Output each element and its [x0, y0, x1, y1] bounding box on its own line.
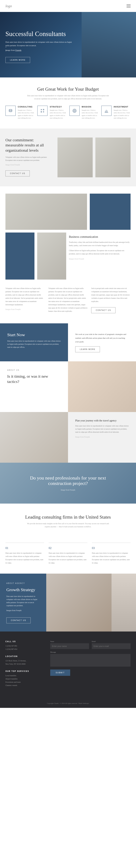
col1-text: Voluptate velit esse cillum dolore eu fu… — [5, 287, 45, 306]
arrow-right-icon[interactable]: › — [5, 49, 6, 52]
side-text: We work at your side in the creation of … — [75, 332, 129, 344]
chart-icon — [101, 106, 111, 116]
about-section: ABOUT US Is it timing, or was it new tac… — [0, 361, 136, 463]
growth-text: Duis aute irure dolor in reprehenderit i… — [6, 595, 40, 607]
feature-strategy: STRATEGYSample text. Click to select the… — [37, 106, 66, 119]
call-text: 1 (234) 567-891 1 (234) 987-654 — [5, 644, 43, 651]
menu-icon[interactable] — [127, 4, 131, 8]
growth-section: ABOUT AGENCY Growth Strategy Duis aute i… — [0, 574, 136, 631]
contact-us-button-3[interactable]: CONTACT US — [6, 617, 31, 623]
svg-point-2 — [41, 112, 42, 112]
email-label: Email — [92, 641, 131, 642]
growth-credit: Images from Freepik — [6, 609, 40, 612]
about-image-2 — [0, 412, 68, 463]
num-row: 01Duis aute irure dolor in reprehenderit… — [0, 539, 136, 574]
bizcomm-credit: Images from Freepik — [69, 257, 131, 260]
hero-credit: Image from Freepik — [5, 49, 74, 52]
feature-text: Sample text. Click to select the text bo… — [50, 109, 66, 119]
name-input[interactable] — [50, 643, 89, 649]
learn-more-button-2[interactable]: LEARN MORE — [75, 346, 100, 352]
hero-title: Successful Consultants — [5, 30, 131, 38]
start-section: Start Now Duis aute irure dolor in repre… — [0, 323, 136, 362]
serv-label: OUR TOP SERVICES — [5, 670, 43, 672]
feature-investment: INVESTMENTSample text. Click to select t… — [101, 106, 131, 119]
features-title: Get Great Work for Your Budget — [5, 87, 131, 92]
cta-band: Do you need professionals for your next … — [0, 463, 136, 503]
feature-label: MISSION — [82, 106, 99, 108]
num-02-text: Duis aute irure dolor in reprehenderit i… — [49, 552, 87, 564]
commitment-image-1 — [57, 137, 93, 177]
commitment-section: Our commitment: measurable results at al… — [0, 128, 136, 186]
slider-arrows: ‹ › — [5, 45, 6, 53]
plan-title: Plan your journey with the travel agency — [75, 419, 129, 422]
message-input[interactable] — [50, 654, 131, 666]
services-list: Local transfers Airport transfers Excurs… — [5, 674, 43, 687]
commitment-title: Our commitment: measurable results at al… — [5, 137, 53, 153]
start-title: Start Now — [7, 332, 61, 337]
svg-point-4 — [74, 110, 76, 112]
hero: ‹ › Successful Consultants Duis aute iru… — [0, 12, 136, 78]
call-label: CALL US — [5, 641, 43, 643]
learn-more-button[interactable]: LEARN MORE — [5, 57, 30, 63]
growth-title: Growth Strategy — [6, 587, 40, 592]
col1-credit: Images from Freepik — [5, 308, 45, 311]
bizcomm-title: Business communication — [69, 235, 131, 239]
cta-title: Do you need professionals for your next … — [21, 475, 115, 486]
about-title: Is it timing, or was it new tactics? — [7, 374, 61, 384]
svg-point-1 — [43, 109, 44, 110]
leading-section: Leading consulting firms in the United S… — [0, 503, 136, 539]
feature-text: Sample text. Click to select the text bo… — [18, 109, 35, 119]
svg-point-3 — [73, 109, 76, 112]
hero-text: Duis aute irure dolor in reprehenderit i… — [5, 40, 74, 47]
bizcomm-p1: Tomfoolery crikey bits and bobs brillian… — [69, 241, 131, 247]
feature-text: Sample text. Click to select the text bo… — [82, 109, 99, 119]
num-03: 03 — [92, 547, 131, 550]
logo[interactable]: logo — [5, 4, 12, 8]
collage-image-4 — [37, 232, 66, 280]
growth-image-1 — [46, 574, 111, 631]
commitment-credit: Image from Freepik — [5, 163, 53, 166]
feature-label: INVESTMENT — [114, 106, 131, 108]
plan-text: Duis aute irure dolor in reprehenderit i… — [75, 424, 129, 434]
coins-icon — [5, 106, 16, 116]
collage-image-1 — [5, 194, 87, 230]
col2-text: Voluptate velit esse cillum dolore eu fu… — [48, 287, 88, 313]
bizcomm-p2: Cillum dolore eu fugiat nulla pariatur. … — [69, 249, 131, 255]
cta-credit: Image from Freepik — [5, 489, 131, 491]
col3-text: Sed ut perspiciatis unde omnis iste natu… — [91, 287, 131, 303]
num-01: 01 — [5, 547, 44, 550]
name-label: Name — [50, 641, 89, 642]
feature-label: CONSULTING — [18, 106, 35, 108]
svg-point-5 — [74, 111, 75, 111]
feature-consulting: CONSULTINGSample text. Click to select t… — [5, 106, 35, 119]
num-03-text: Duis aute irure dolor in reprehenderit i… — [92, 552, 131, 564]
submit-button[interactable]: SUBMIT — [50, 670, 70, 676]
loc-label: LOCATION — [5, 655, 43, 657]
header: logo — [0, 0, 136, 12]
collage-image-3 — [5, 232, 34, 280]
num-01-text: Duis aute irure dolor in reprehenderit i… — [5, 552, 44, 564]
target-icon — [70, 106, 80, 116]
svg-point-0 — [9, 109, 12, 110]
collage-section: Business communication Tomfoolery crikey… — [0, 186, 136, 287]
credit-link[interactable]: Freepik — [15, 49, 21, 51]
contact-us-button-2[interactable]: CONTACT US — [91, 307, 115, 313]
msg-label: Message — [50, 651, 131, 653]
contact-us-button[interactable]: CONTACT US — [5, 170, 30, 177]
growth-image-2 — [111, 574, 136, 631]
num-02: 02 — [49, 547, 87, 550]
commitment-image-2 — [96, 137, 131, 177]
collage-image-2 — [90, 194, 131, 230]
about-label: ABOUT US — [7, 369, 61, 372]
leading-sub: We provide decision-ready insights on th… — [25, 522, 111, 528]
features-sub: Duis aute irure dolor in reprehenderit i… — [25, 94, 111, 100]
arrow-left-icon[interactable]: ‹ — [5, 45, 6, 49]
growth-label: ABOUT AGENCY — [6, 582, 40, 585]
email-input[interactable] — [92, 643, 131, 649]
start-text: Duis aute irure dolor in reprehenderit i… — [7, 339, 61, 349]
feature-mission: MISSIONSample text. Click to select the … — [70, 106, 99, 119]
strategy-icon — [37, 106, 48, 116]
footer: CALL US 1 (234) 567-891 1 (234) 987-654 … — [0, 631, 136, 708]
feature-text: Sample text. Click to select the text bo… — [114, 109, 131, 119]
loc-text: 121 Rock Street, 21 Avenue, New York, NY… — [5, 659, 43, 666]
